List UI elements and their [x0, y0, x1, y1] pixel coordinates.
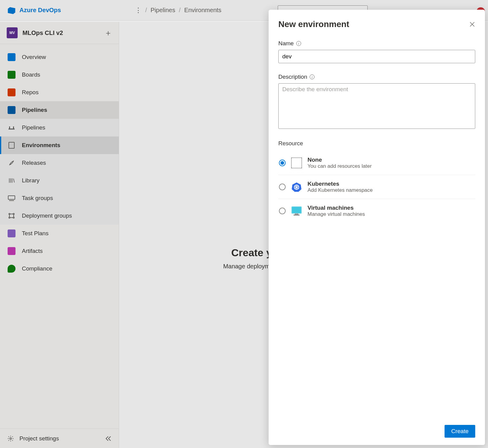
resource-title: Kubernetes	[308, 181, 373, 187]
radio-kubernetes[interactable]	[279, 184, 286, 190]
close-icon[interactable]	[469, 21, 475, 27]
name-label: Name	[278, 40, 294, 47]
radio-none[interactable]	[279, 160, 286, 166]
resource-list: None You can add resources later Kuberne…	[278, 151, 475, 223]
kubernetes-icon	[291, 181, 302, 192]
create-button[interactable]: Create	[445, 425, 475, 438]
name-field: Name i	[278, 40, 475, 63]
panel-title: New environment	[278, 19, 349, 29]
resource-subtitle: You can add resources later	[308, 163, 372, 169]
name-input[interactable]	[278, 50, 475, 63]
info-icon[interactable]: i	[310, 74, 314, 79]
description-input[interactable]	[278, 83, 475, 129]
info-icon[interactable]: i	[296, 41, 301, 46]
resource-option-vm[interactable]: Virtual machines Manage virtual machines	[278, 199, 475, 223]
vm-icon	[291, 205, 302, 216]
resource-title: Virtual machines	[308, 205, 365, 211]
resource-option-none[interactable]: None You can add resources later	[278, 151, 475, 175]
panel-footer: Create	[278, 425, 475, 438]
radio-vm[interactable]	[279, 208, 286, 214]
resource-subtitle: Add Kubernetes namespace	[308, 187, 373, 193]
resource-option-kubernetes[interactable]: Kubernetes Add Kubernetes namespace	[278, 175, 475, 199]
panel-header: New environment	[278, 19, 475, 29]
description-label: Description	[278, 74, 307, 80]
resource-label: Resource	[278, 140, 475, 147]
description-field: Description i	[278, 74, 475, 130]
resource-title: None	[308, 157, 372, 163]
new-environment-panel: New environment Name i Description i Res…	[269, 10, 485, 445]
none-icon	[291, 157, 302, 168]
resource-subtitle: Manage virtual machines	[308, 211, 365, 217]
